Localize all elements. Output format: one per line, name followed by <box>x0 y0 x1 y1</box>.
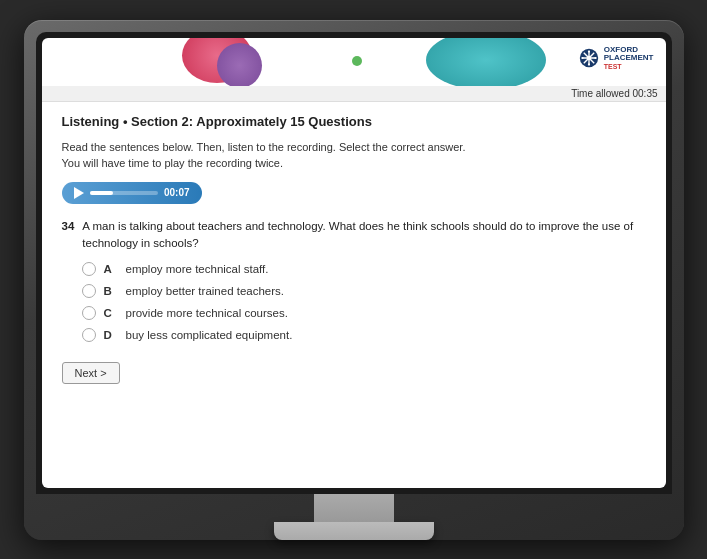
option-text-b: employ better trained teachers. <box>126 285 285 297</box>
section-title: Listening • Section 2: Approximately 15 … <box>62 114 646 129</box>
bubble-teal-decoration <box>426 38 546 86</box>
progress-bar-fill <box>90 191 114 195</box>
options-list: A employ more technical staff. B employ … <box>62 262 646 342</box>
next-button[interactable]: Next > <box>62 362 120 384</box>
radio-d[interactable] <box>82 328 96 342</box>
option-letter-b: B <box>104 285 118 297</box>
svg-point-8 <box>581 57 583 59</box>
question-block: 34 A man is talking about teachers and t… <box>62 218 646 343</box>
bubble-purple-decoration <box>217 43 262 86</box>
audio-player[interactable]: 00:07 <box>62 182 202 204</box>
timer-bar: Time allowed 00:35 <box>42 86 666 102</box>
timer-text: Time allowed 00:35 <box>571 88 657 99</box>
question-body: A man is talking about teachers and tech… <box>82 218 645 253</box>
svg-point-7 <box>588 63 590 65</box>
logo-text: OXFORD PLACEMENT TEST <box>604 46 654 71</box>
svg-point-6 <box>588 51 590 53</box>
audio-time: 00:07 <box>164 187 190 198</box>
instruction-line-2: You will have time to play the recording… <box>62 155 646 172</box>
question-number: 34 <box>62 218 75 253</box>
option-letter-a: A <box>104 263 118 275</box>
option-a[interactable]: A employ more technical staff. <box>82 262 646 276</box>
screen-header: OXFORD PLACEMENT TEST <box>42 38 666 86</box>
monitor: OXFORD PLACEMENT TEST Time allowed 00:35… <box>24 20 684 540</box>
option-d[interactable]: D buy less complicated equipment. <box>82 328 646 342</box>
radio-b[interactable] <box>82 284 96 298</box>
instructions: Read the sentences below. Then, listen t… <box>62 139 646 172</box>
play-button-icon[interactable] <box>74 187 84 199</box>
dot-green-decoration <box>352 56 362 66</box>
question-text: 34 A man is talking about teachers and t… <box>62 218 646 253</box>
radio-a[interactable] <box>82 262 96 276</box>
content-area: Listening • Section 2: Approximately 15 … <box>42 102 666 488</box>
progress-bar-container <box>90 191 158 195</box>
option-letter-c: C <box>104 307 118 319</box>
radio-c[interactable] <box>82 306 96 320</box>
screen-bezel: OXFORD PLACEMENT TEST Time allowed 00:35… <box>36 32 672 494</box>
option-letter-d: D <box>104 329 118 341</box>
option-c[interactable]: C provide more technical courses. <box>82 306 646 320</box>
logo-placement: PLACEMENT <box>604 54 654 63</box>
instruction-line-1: Read the sentences below. Then, listen t… <box>62 139 646 156</box>
logo-area: OXFORD PLACEMENT TEST <box>574 44 658 73</box>
logo-test: TEST <box>604 63 654 71</box>
option-text-c: provide more technical courses. <box>126 307 288 319</box>
option-b[interactable]: B employ better trained teachers. <box>82 284 646 298</box>
svg-point-9 <box>594 57 596 59</box>
monitor-stand-base <box>274 522 434 540</box>
oxford-logo-icon <box>578 47 600 69</box>
screen: OXFORD PLACEMENT TEST Time allowed 00:35… <box>42 38 666 488</box>
option-text-a: employ more technical staff. <box>126 263 269 275</box>
svg-point-5 <box>586 56 591 61</box>
option-text-d: buy less complicated equipment. <box>126 329 293 341</box>
monitor-stand-neck <box>314 494 394 522</box>
